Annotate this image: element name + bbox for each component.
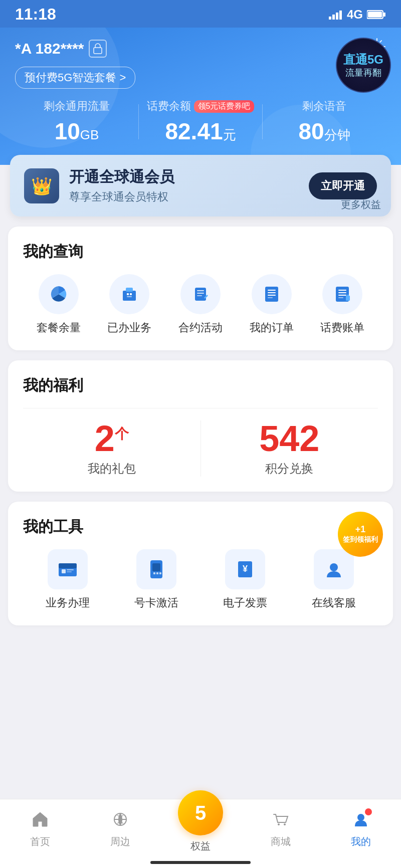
shop-icon [272, 810, 290, 833]
svg-rect-7 [94, 48, 102, 54]
stat-voice: 剩余语音 80分钟 [263, 99, 386, 145]
tool-label-sim: 号卡激活 [134, 595, 178, 610]
svg-rect-13 [130, 293, 132, 295]
orders-icon [252, 274, 292, 314]
bottom-nav: 首页 周边 5 权益 商城 [0, 799, 401, 868]
query-label-orders: 我的订单 [250, 320, 294, 335]
query-label-bill: 话费账单 [320, 320, 364, 335]
query-item-contract[interactable]: 合约活动 [165, 274, 236, 335]
bill-icon [322, 274, 362, 314]
stats-row: 剩余通用流量 10GB 话费余额 领5元话费券吧 82.41元 剩余语音 80分… [15, 99, 386, 145]
sim-icon [136, 549, 176, 589]
svg-rect-20 [268, 290, 276, 291]
svg-rect-6 [368, 12, 382, 18]
network-type: 4G [347, 8, 363, 22]
svg-point-48 [357, 814, 364, 821]
notification-dot [365, 808, 372, 815]
nearby-icon [111, 810, 129, 833]
welfare-item-points[interactable]: 542 积分兑换 [201, 420, 378, 477]
svg-rect-25 [338, 290, 346, 291]
support-icon [314, 549, 354, 589]
svg-rect-2 [336, 13, 338, 20]
svg-rect-37 [152, 563, 160, 571]
tools-grid: 业务办理 号卡激活 ¥ 电子发票 [23, 549, 378, 610]
member-activate-button[interactable]: 立即开通 [309, 172, 377, 199]
my-welfare-title: 我的福利 [23, 375, 378, 396]
tool-item-support[interactable]: 在线客服 [289, 549, 378, 610]
sign-badge[interactable]: +1 签到领福利 [338, 512, 383, 557]
svg-rect-1 [332, 15, 335, 20]
member-banner[interactable]: 👑 开通全球通会员 尊享全球通会员特权 立即开通 更多权益 [10, 155, 391, 216]
svg-rect-23 [268, 297, 273, 298]
svg-rect-12 [127, 293, 129, 295]
welfare-gifts-number: 2个 [23, 420, 200, 457]
svg-rect-39 [156, 572, 158, 574]
svg-rect-0 [329, 17, 331, 20]
tool-label-support: 在线客服 [312, 595, 356, 610]
svg-rect-35 [67, 571, 72, 572]
svg-rect-19 [265, 287, 278, 302]
svg-point-47 [284, 823, 286, 825]
home-icon [31, 810, 49, 833]
query-label-package: 套餐余量 [37, 320, 81, 335]
query-item-orders[interactable]: 我的订单 [236, 274, 307, 335]
svg-rect-38 [153, 572, 155, 574]
contract-icon [180, 274, 221, 314]
svg-rect-18 [197, 295, 202, 296]
svg-text:¥: ¥ [242, 564, 247, 574]
header: *A 182**** 预付费5G智选套餐 > 直通5G 流量再翻 剩余通用流量 [0, 28, 401, 165]
svg-rect-40 [159, 572, 161, 574]
my-query-title: 我的查询 [23, 242, 378, 262]
nav-item-home[interactable]: 首页 [0, 810, 80, 848]
tool-label-invoice: 电子发票 [223, 595, 267, 610]
nav-label-shop: 商城 [271, 835, 291, 848]
welfare-item-gifts[interactable]: 2个 我的礼包 [23, 420, 200, 477]
svg-rect-10 [123, 291, 136, 301]
svg-rect-22 [268, 295, 276, 296]
tool-label-business: 业务办理 [46, 595, 90, 610]
account-lock-icon[interactable] [89, 40, 107, 58]
signal-icon [329, 10, 343, 20]
svg-rect-16 [197, 290, 204, 291]
nav-item-benefits[interactable]: 5 权益 [160, 805, 241, 853]
benefits-icon: 5 [178, 790, 223, 835]
svg-rect-21 [268, 292, 276, 293]
member-more-link[interactable]: 更多权益 [341, 198, 381, 211]
services-icon [109, 274, 149, 314]
query-item-package[interactable]: 套餐余量 [23, 274, 94, 335]
battery-icon [367, 10, 386, 20]
tool-item-invoice[interactable]: ¥ 电子发票 [200, 549, 289, 610]
home-bar [150, 861, 251, 864]
svg-point-43 [330, 563, 338, 571]
invoice-icon: ¥ [225, 549, 265, 589]
welfare-gifts-label: 我的礼包 [23, 461, 200, 477]
query-grid: 套餐余量 已办业务 [23, 274, 378, 335]
my-welfare-card: 我的福利 2个 我的礼包 542 积分兑换 [8, 360, 393, 492]
my-tools-title: 我的工具 [23, 517, 378, 537]
member-title: 开通全球通会员 [69, 167, 299, 187]
nav-item-mine[interactable]: 我的 [321, 810, 401, 848]
badge-5g[interactable]: 直通5G 流量再翻 [336, 38, 391, 93]
plan-tag[interactable]: 预付费5G智选套餐 > [15, 67, 135, 89]
tool-item-business[interactable]: 业务办理 [23, 549, 112, 610]
welfare-points-label: 积分兑换 [201, 461, 378, 477]
svg-rect-29 [346, 296, 350, 301]
tool-item-sim[interactable]: 号卡激活 [112, 549, 200, 610]
nav-item-nearby[interactable]: 周边 [80, 810, 160, 848]
package-icon [39, 274, 79, 314]
svg-rect-30 [347, 295, 349, 296]
svg-rect-34 [67, 569, 74, 570]
svg-rect-27 [338, 295, 346, 296]
svg-rect-32 [59, 563, 77, 568]
status-time: 11:18 [15, 5, 56, 24]
stat-flow: 剩余通用流量 10GB [15, 99, 138, 145]
business-icon [48, 549, 88, 589]
query-item-bill[interactable]: 话费账单 [307, 274, 378, 335]
svg-rect-17 [197, 293, 204, 294]
member-subtitle: 尊享全球通会员特权 [69, 189, 299, 204]
mine-icon [352, 810, 370, 833]
query-item-services[interactable]: 已办业务 [94, 274, 165, 335]
status-icons: 4G [329, 8, 386, 22]
nav-item-shop[interactable]: 商城 [241, 810, 321, 848]
nav-label-mine: 我的 [351, 835, 371, 848]
